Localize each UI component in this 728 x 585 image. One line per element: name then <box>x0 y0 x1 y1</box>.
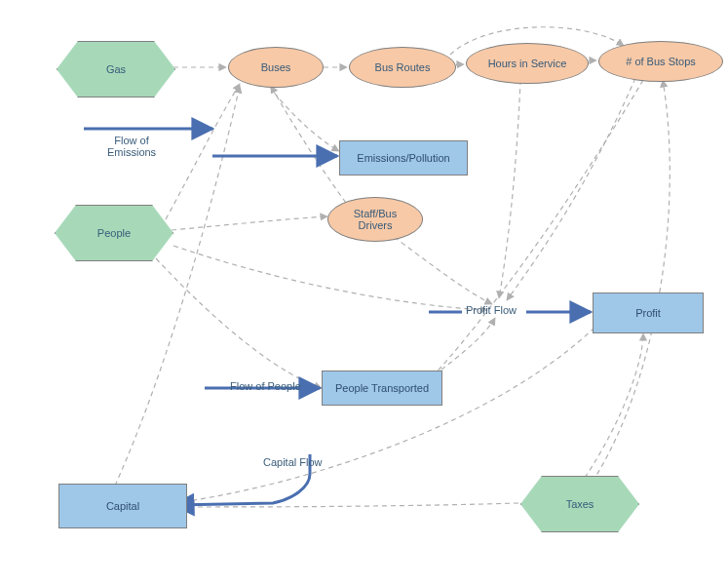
node-label: Profit <box>635 307 661 319</box>
node-stops[interactable]: # of Bus Stops <box>598 41 723 82</box>
node-gas[interactable]: Gas <box>57 41 175 98</box>
node-people[interactable]: People <box>55 205 173 261</box>
node-label: Taxes <box>566 498 594 510</box>
node-buses[interactable]: Buses <box>228 47 324 88</box>
node-busroutes[interactable]: Bus Routes <box>349 47 456 88</box>
node-label: Capital <box>106 500 139 512</box>
flow-label-people: Flow of People <box>230 380 301 392</box>
node-hours[interactable]: Hours in Service <box>466 43 589 84</box>
node-transported[interactable]: People Transported <box>322 370 442 406</box>
node-emissions[interactable]: Emissions/Pollution <box>339 140 468 176</box>
flow-label-emissions: Flow of Emissions <box>107 135 156 158</box>
node-staff[interactable]: Staff/Bus Drivers <box>327 197 423 242</box>
node-label: People Transported <box>335 382 429 394</box>
node-label: # of Bus Stops <box>626 56 696 67</box>
node-label: Bus Routes <box>375 61 431 73</box>
node-profit[interactable]: Profit <box>593 292 704 333</box>
node-label: Staff/Bus Drivers <box>354 208 397 231</box>
node-taxes[interactable]: Taxes <box>520 476 639 532</box>
flow-label-capital: Capital Flow <box>263 456 323 468</box>
node-capital[interactable]: Capital <box>58 484 187 528</box>
node-label: People <box>97 227 131 239</box>
node-label: Buses <box>261 61 291 73</box>
node-label: Hours in Service <box>488 58 567 69</box>
node-label: Emissions/Pollution <box>357 152 449 164</box>
node-label: Gas <box>106 63 126 75</box>
flow-label-profit: Profit Flow <box>466 304 517 316</box>
diagram-canvas: Gas People Taxes Buses Bus Routes Hours … <box>0 0 728 585</box>
